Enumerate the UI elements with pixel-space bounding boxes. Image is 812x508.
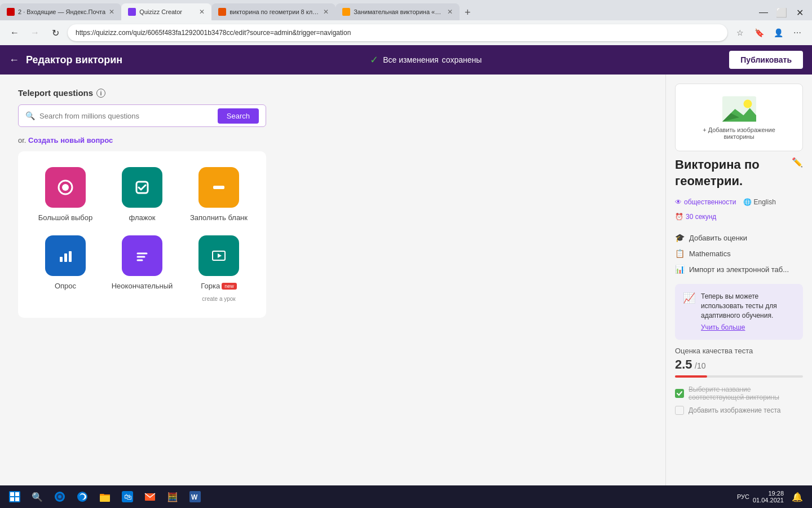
question-type-checkbox[interactable]: флажок xyxy=(111,167,174,222)
bookmark-icon[interactable]: 🔖 xyxy=(751,25,767,41)
adaptive-learn-more-link[interactable]: Учить больше xyxy=(701,323,795,332)
action-import[interactable]: 📊 Импорт из электронной таб... xyxy=(675,261,803,277)
question-type-grid: Большой выбор флажок Заполнить бланк xyxy=(18,151,266,318)
minimize-button[interactable]: — xyxy=(756,5,771,20)
language-indicator: РУС xyxy=(737,493,749,500)
store-button[interactable]: 🛍 xyxy=(117,487,138,507)
app-title: Редактор викторин xyxy=(26,54,122,66)
back-button[interactable]: ← xyxy=(9,54,19,66)
forward-nav-button[interactable]: → xyxy=(27,25,43,41)
svg-text:🛍: 🛍 xyxy=(124,492,132,501)
app-header: ← Редактор викторин ✓ Все изменения сохр… xyxy=(0,45,812,75)
check-item-name: Выберите название соответствующей виктор… xyxy=(675,383,803,404)
checkbox-label: флажок xyxy=(129,213,156,222)
checkbox-icon xyxy=(122,167,162,208)
edit-quiz-name-icon[interactable]: ✏️ xyxy=(792,157,803,168)
new-tab-button[interactable]: + xyxy=(460,5,475,20)
browser-tab-1[interactable]: 2 · Входящие — Яндекс.Почта ✕ xyxy=(0,3,121,20)
question-type-open[interactable]: Неокончательный xyxy=(111,235,174,302)
svg-rect-17 xyxy=(10,492,14,496)
svg-rect-4 xyxy=(60,257,63,262)
tab-close-1[interactable]: ✕ xyxy=(109,8,114,16)
tab-bar: 2 · Входящие — Яндекс.Почта ✕ Quizizz Cr… xyxy=(0,0,812,20)
question-type-slide[interactable]: Горка new create a урок xyxy=(187,235,250,302)
star-icon[interactable]: ☆ xyxy=(732,25,748,41)
question-type-mcq[interactable]: Большой выбор xyxy=(34,167,97,222)
slide-label: Горка xyxy=(201,282,220,290)
adaptive-text: Теперь вы можете использовать тесты для … xyxy=(701,292,795,332)
or-create: or. Создать новый вопрос xyxy=(18,136,647,144)
slide-sublabel: create a урок xyxy=(202,296,235,302)
publish-button[interactable]: Публиковать xyxy=(729,51,803,69)
tab-favicon-3 xyxy=(218,8,226,16)
svg-rect-20 xyxy=(15,497,19,501)
saved-check-icon: ✓ xyxy=(370,54,378,66)
header-center: ✓ Все изменения сохранены xyxy=(122,54,729,66)
quiz-name-row: Викторина по геометрии. ✏️ xyxy=(675,157,803,194)
tab-close-3[interactable]: ✕ xyxy=(323,8,329,16)
search-taskbar-button[interactable]: 🔍 xyxy=(27,487,47,507)
quiz-placeholder-image xyxy=(722,95,756,123)
tab-title-3: викторина по геометрии 8 кла... xyxy=(230,8,320,15)
menu-icon[interactable]: ⋯ xyxy=(789,25,805,41)
meta-visibility[interactable]: 👁 общественности xyxy=(675,198,736,206)
reload-button[interactable]: ↻ xyxy=(47,25,63,41)
teleport-section: Teleport questions i 🔍 Search xyxy=(18,88,647,127)
add-image-text[interactable]: + Добавить изображение викторины xyxy=(703,126,775,140)
tab-close-4[interactable]: ✕ xyxy=(447,8,453,16)
back-nav-button[interactable]: ← xyxy=(7,25,23,41)
svg-point-13 xyxy=(743,100,752,108)
right-sidebar: + Добавить изображение викторины Виктори… xyxy=(665,75,812,485)
maximize-button[interactable]: ⬜ xyxy=(774,5,789,20)
start-button[interactable] xyxy=(5,487,25,507)
word-button[interactable]: W xyxy=(185,487,205,507)
svg-rect-5 xyxy=(64,253,67,262)
cortana-button[interactable] xyxy=(50,487,70,507)
mail-button[interactable] xyxy=(140,487,160,507)
check-item-image: Добавить изображение теста xyxy=(675,404,803,417)
address-bar: ← → ↻ ☆ 🔖 👤 ⋯ xyxy=(0,20,812,45)
question-type-fill[interactable]: Заполнить бланк xyxy=(187,167,250,222)
quality-bar xyxy=(675,375,803,378)
quality-checklist: Выберите название соответствующей виктор… xyxy=(675,383,803,417)
address-input[interactable] xyxy=(68,24,727,41)
action-grades[interactable]: 🎓 Добавить оценки xyxy=(675,230,803,246)
notifications-button[interactable]: 🔔 xyxy=(787,487,807,507)
taskbar-right: РУС 19:28 01.04.2021 🔔 xyxy=(737,487,807,507)
close-window-button[interactable]: ✕ xyxy=(792,5,807,20)
subject-icon: 📋 xyxy=(675,249,685,258)
time-icon: ⏰ xyxy=(675,213,683,221)
teleport-title: Teleport questions i xyxy=(18,88,647,98)
profile-icon[interactable]: 👤 xyxy=(770,25,786,41)
browser-tab-4[interactable]: Занимательная викторина «Ве... ✕ xyxy=(336,3,460,20)
meta-language[interactable]: 🌐 English xyxy=(743,198,776,206)
mcq-label: Большой выбор xyxy=(38,213,93,222)
browser-tab-2[interactable]: Quizizz Creator ✕ xyxy=(121,3,211,20)
quality-score-row: 2.5 /10 xyxy=(675,357,803,372)
search-button[interactable]: Search xyxy=(218,108,259,124)
quiz-image-box[interactable]: + Добавить изображение викторины xyxy=(675,84,803,151)
center-area: Teleport questions i 🔍 Search or. Создат… xyxy=(0,75,665,485)
action-subject[interactable]: 📋 Mathematics xyxy=(675,246,803,261)
grades-icon: 🎓 xyxy=(675,233,685,242)
svg-text:W: W xyxy=(191,493,198,501)
tab-favicon-2 xyxy=(128,8,136,16)
quiz-meta-row: 👁 общественности 🌐 English ⏰ 30 секунд xyxy=(675,198,803,221)
browser-tab-3[interactable]: викторина по геометрии 8 кла... ✕ xyxy=(211,3,336,20)
search-input[interactable] xyxy=(39,112,213,120)
file-explorer-button[interactable] xyxy=(95,487,115,507)
svg-point-1 xyxy=(62,184,69,191)
meta-time[interactable]: ⏰ 30 секунд xyxy=(675,213,716,221)
browser-chrome: 2 · Входящие — Яндекс.Почта ✕ Quizizz Cr… xyxy=(0,0,812,45)
quality-fill xyxy=(675,375,707,378)
create-new-question-link[interactable]: Создать новый вопрос xyxy=(28,136,113,144)
adaptive-icon: 📈 xyxy=(683,292,695,304)
svg-rect-18 xyxy=(15,492,19,496)
question-type-poll[interactable]: Опрос xyxy=(34,235,97,302)
calculator-button[interactable]: 🧮 xyxy=(162,487,183,507)
fill-icon xyxy=(198,167,239,208)
slide-new-badge: new xyxy=(222,283,237,290)
tab-close-2[interactable]: ✕ xyxy=(199,8,205,16)
checkbox-image[interactable] xyxy=(675,406,684,415)
edge-button[interactable] xyxy=(72,487,92,507)
